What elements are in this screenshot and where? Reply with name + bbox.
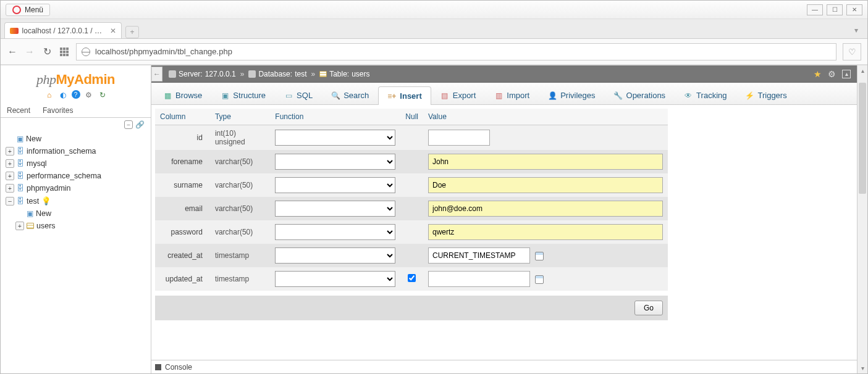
col-name: password — [155, 220, 210, 244]
speed-dial-grid-button[interactable] — [59, 46, 70, 57]
tab-sql[interactable]: ▭SQL — [275, 86, 322, 104]
value-input[interactable] — [428, 154, 663, 170]
new-tab-button[interactable]: + — [125, 26, 139, 38]
function-select[interactable] — [275, 271, 395, 287]
tree-db-information-schema[interactable]: + 🗄 information_schema — [4, 145, 147, 157]
sidebar-collapse-button[interactable]: ← — [151, 67, 162, 81]
go-button[interactable]: Go — [634, 301, 663, 315]
value-input[interactable] — [428, 224, 663, 240]
tab-close-icon[interactable]: ✕ — [110, 27, 116, 35]
opera-menu-button[interactable]: Menü — [6, 4, 50, 16]
favicon-icon — [10, 28, 19, 34]
function-select[interactable] — [275, 201, 395, 217]
nav-collapse-row: – 🔗 — [1, 118, 151, 131]
breadcrumb-database[interactable]: test — [295, 70, 306, 78]
favorite-icon[interactable]: ★ — [814, 69, 822, 79]
header-type[interactable]: Type — [210, 109, 270, 125]
function-select[interactable] — [275, 224, 395, 240]
header-value[interactable]: Value — [423, 109, 668, 125]
scroll-up-button[interactable]: ▴ — [857, 65, 867, 76]
bulb-icon: 💡 — [41, 196, 51, 206]
settings-icon[interactable]: ⚙ — [84, 90, 94, 100]
tab-privileges[interactable]: 👤Privileges — [539, 86, 604, 104]
header-null[interactable]: Null — [400, 109, 423, 125]
reload-icon[interactable]: ↻ — [98, 90, 107, 100]
back-button[interactable]: ← — [7, 46, 18, 57]
minimize-button[interactable]: — — [807, 4, 823, 15]
database-icon: 🗄 — [17, 184, 24, 193]
close-button[interactable]: ✕ — [846, 4, 862, 15]
tree-new-db[interactable]: ▣ New — [4, 133, 147, 145]
nav-link-icon[interactable]: 🔗 — [135, 120, 145, 129]
tab-triggers[interactable]: ⚡Triggers — [736, 86, 796, 104]
reload-button[interactable]: ↻ — [41, 46, 53, 57]
calendar-icon[interactable] — [535, 252, 544, 260]
favorites-tab[interactable]: Favorites — [36, 104, 79, 117]
tab-operations[interactable]: 🔧Operations — [605, 86, 675, 104]
calendar-icon[interactable] — [535, 275, 544, 284]
header-column[interactable]: Column — [155, 109, 210, 125]
recent-tab[interactable]: Recent — [1, 104, 36, 117]
tab-import[interactable]: ▥Import — [485, 86, 539, 104]
scroll-down-button[interactable]: ▾ — [857, 363, 867, 373]
function-select[interactable] — [275, 177, 395, 193]
bookmark-button[interactable]: ♡ — [843, 43, 861, 60]
breadcrumb-server[interactable]: 127.0.0.1 — [205, 70, 236, 78]
home-icon[interactable]: ⌂ — [44, 90, 54, 100]
function-select[interactable] — [275, 154, 395, 170]
tree-db-mysql[interactable]: + 🗄 mysql — [4, 157, 147, 170]
header-function[interactable]: Function — [270, 109, 400, 125]
value-input[interactable] — [428, 130, 490, 146]
expand-icon[interactable]: + — [15, 222, 24, 230]
scroll-top-icon[interactable]: ▴ — [842, 70, 851, 78]
console-bar[interactable]: Console — [151, 360, 857, 373]
tab-search[interactable]: 🔍Search — [322, 86, 378, 104]
search-icon: 🔍 — [331, 91, 340, 100]
browser-tab[interactable]: localhost / 127.0.0.1 / test ✕ — [4, 22, 122, 38]
tree-table-users[interactable]: + users — [4, 220, 147, 232]
tab-insert[interactable]: ≡+Insert — [378, 86, 431, 105]
tree-db-phpmyadmin[interactable]: + 🗄 phpmyadmin — [4, 182, 147, 194]
pma-logo: phpMyAdmin — [1, 65, 151, 90]
null-checkbox[interactable] — [408, 274, 416, 282]
value-input[interactable] — [428, 271, 530, 287]
tree-db-performance-schema[interactable]: + 🗄 performance_schema — [4, 170, 147, 182]
value-input[interactable] — [428, 201, 663, 217]
table-icon — [27, 223, 34, 229]
col-name: updated_at — [155, 267, 210, 291]
forward-button[interactable]: → — [24, 46, 35, 57]
col-type: timestamp — [210, 267, 270, 291]
collapse-all-icon[interactable]: – — [124, 120, 133, 129]
logout-icon[interactable]: ◐ — [58, 90, 68, 100]
col-name: email — [155, 197, 210, 220]
tracking-icon: 👁 — [684, 91, 693, 100]
expand-icon[interactable]: + — [6, 159, 14, 168]
menu-label: Menü — [25, 6, 43, 14]
page-settings-icon[interactable]: ⚙ — [828, 69, 836, 79]
tab-strip: localhost / 127.0.0.1 / test ✕ + ▾ — [1, 19, 867, 39]
value-input[interactable] — [428, 177, 663, 193]
tab-export[interactable]: ▤Export — [431, 86, 486, 104]
tab-tracking[interactable]: 👁Tracking — [675, 86, 736, 104]
scrollbar[interactable]: ▴ ▾ — [857, 65, 867, 373]
maximize-button[interactable]: ☐ — [827, 4, 843, 15]
expand-icon[interactable]: + — [6, 172, 14, 180]
tab-structure[interactable]: ▣Structure — [211, 86, 275, 104]
tab-browse[interactable]: ▦Browse — [154, 86, 211, 104]
expand-icon[interactable]: + — [6, 184, 14, 193]
scroll-thumb[interactable] — [859, 83, 866, 194]
speed-dial-button[interactable]: ▾ — [849, 24, 864, 36]
tree-new-table[interactable]: ▣ New — [4, 207, 147, 220]
breadcrumb-table[interactable]: users — [352, 70, 369, 78]
value-input[interactable] — [428, 247, 530, 264]
url-input[interactable]: localhost/phpmyadmin/tbl_change.php — [76, 43, 836, 60]
docs-icon[interactable]: ? — [72, 90, 80, 99]
col-name: id — [155, 125, 210, 151]
col-type: timestamp — [210, 244, 270, 267]
tree-db-test[interactable]: – 🗄 test 💡 — [4, 194, 147, 207]
function-select[interactable] — [275, 130, 395, 146]
expand-icon[interactable]: + — [6, 147, 14, 156]
console-icon — [155, 364, 161, 370]
function-select[interactable] — [275, 247, 395, 264]
collapse-icon[interactable]: – — [6, 197, 14, 206]
